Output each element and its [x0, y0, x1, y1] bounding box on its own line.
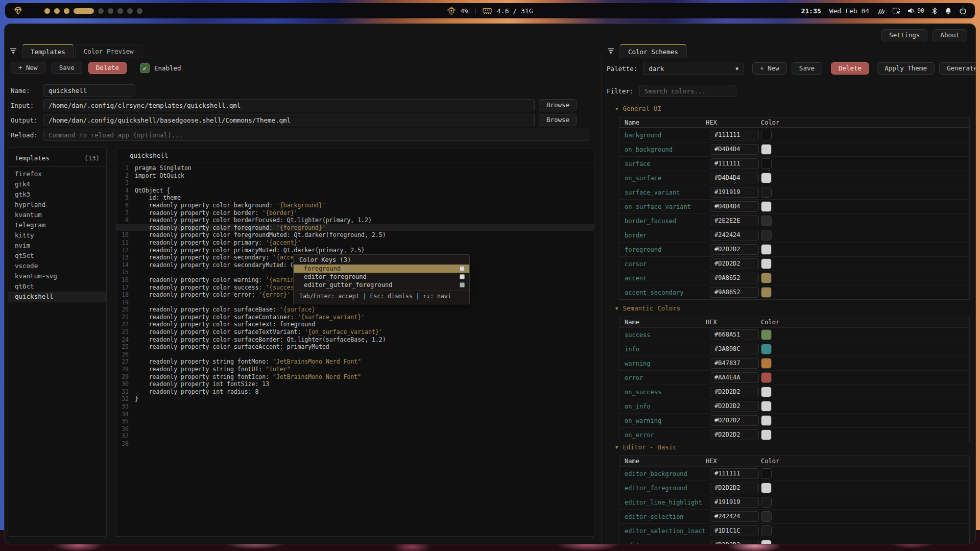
template-list-item[interactable]: kitty	[8, 230, 106, 241]
clock-time[interactable]: 21:35	[801, 7, 821, 15]
template-list-item[interactable]: kvantum-svg	[8, 271, 106, 281]
hex-value-input[interactable]: #D2D2D2	[710, 401, 759, 412]
color-table-row[interactable]: editor_background#111111	[619, 466, 969, 481]
palette-dropdown[interactable]: dark ▼	[643, 62, 744, 75]
template-list-item[interactable]: gtk4	[8, 179, 106, 189]
color-table-row[interactable]: editor_cursor#D2D2D2	[619, 538, 969, 544]
color-search-input[interactable]	[639, 85, 736, 97]
workspace-dot-occupied[interactable]	[54, 8, 60, 14]
color-table-row[interactable]: warning#B47837	[619, 356, 969, 370]
color-swatch[interactable]	[761, 158, 772, 169]
color-table-row[interactable]: editor_foreground#D2D2D2	[619, 481, 969, 495]
hex-value-input[interactable]: #3A898C	[710, 344, 759, 354]
hex-value-input[interactable]: #9A8652	[710, 287, 759, 298]
color-table-row[interactable]: editor_line_highlight#191919	[619, 495, 969, 509]
notifications-bell-icon[interactable]	[945, 7, 952, 15]
workspace-dot-empty[interactable]	[127, 8, 133, 14]
template-list-item[interactable]: quickshell	[8, 292, 106, 302]
hex-value-input[interactable]: #AA4E4A	[710, 372, 759, 383]
hex-value-input[interactable]: #D2D2D2	[710, 540, 759, 544]
color-table-row[interactable]: border#242424	[619, 228, 969, 242]
hex-value-input[interactable]: #D2D2D2	[710, 387, 759, 397]
color-swatch[interactable]	[761, 230, 772, 241]
template-list-item[interactable]: qt5ct	[8, 251, 106, 261]
hex-value-input[interactable]: #1D1C1C	[710, 525, 759, 536]
color-table-row[interactable]: info#3A898C	[619, 342, 969, 356]
hex-value-input[interactable]: #D2D2D2	[710, 415, 759, 426]
name-input[interactable]	[43, 84, 135, 97]
input-browse-button[interactable]: Browse	[539, 99, 577, 111]
delete-template-button[interactable]: Delete	[88, 62, 127, 74]
color-table-row[interactable]: cursor#D2D2D2	[619, 256, 969, 271]
color-swatch[interactable]	[761, 358, 772, 369]
section-header[interactable]: ▼Editor - Basic	[615, 443, 677, 451]
workspace-dot-occupied[interactable]	[44, 8, 50, 14]
workspace-active-pill[interactable]	[74, 8, 94, 14]
save-template-button[interactable]: Save	[52, 62, 82, 74]
color-swatch[interactable]	[761, 130, 772, 140]
section-header[interactable]: ▼General UI	[615, 105, 661, 112]
filter-icon[interactable]	[10, 48, 17, 55]
screenshot-tool-icon[interactable]	[892, 7, 900, 14]
color-swatch[interactable]	[761, 273, 772, 283]
color-table-row[interactable]: accent_secondary#9A8652	[619, 285, 969, 299]
hex-value-input[interactable]: #D2D2D2	[710, 429, 759, 440]
template-list-item[interactable]: kvantum	[8, 210, 106, 220]
color-swatch[interactable]	[761, 511, 772, 522]
hex-value-input[interactable]: #9A8652	[710, 273, 759, 283]
color-swatch[interactable]	[761, 540, 772, 544]
color-table-row[interactable]: on_surface_variant#D4D4D4	[619, 199, 969, 213]
color-table-row[interactable]: on_success#D2D2D2	[619, 385, 969, 399]
hex-value-input[interactable]: #111111	[710, 130, 759, 140]
hex-value-input[interactable]: #668A51	[710, 329, 759, 340]
wind-icon[interactable]	[877, 8, 885, 14]
hex-value-input[interactable]: #D4D4D4	[710, 144, 759, 155]
template-list-item[interactable]: gtk3	[8, 189, 106, 200]
power-icon[interactable]	[959, 7, 967, 15]
color-table-row[interactable]: on_info#D2D2D2	[619, 399, 969, 413]
color-swatch[interactable]	[761, 401, 772, 412]
template-editor[interactable]: quickshell 1pragma Singleton2import QtQu…	[116, 149, 594, 537]
color-table-row[interactable]: background#111111	[619, 128, 969, 142]
template-list-item[interactable]: vscode	[8, 261, 106, 271]
hex-value-input[interactable]: #D4D4D4	[710, 201, 759, 212]
tab-color-preview[interactable]: Color Preview	[75, 44, 142, 58]
color-table-row[interactable]: surface#111111	[619, 156, 969, 171]
color-swatch[interactable]	[761, 429, 772, 440]
color-table-row[interactable]: surface_variant#191919	[619, 185, 969, 199]
new-template-button[interactable]: + New	[11, 62, 45, 74]
new-palette-button[interactable]: + New	[752, 62, 787, 75]
input-path-input[interactable]	[43, 99, 535, 111]
color-table-row[interactable]: error#AA4E4A	[619, 370, 969, 385]
about-button[interactable]: About	[933, 29, 967, 41]
hex-value-input[interactable]: #242424	[710, 230, 759, 241]
section-header[interactable]: ▼Semantic Colors	[615, 304, 680, 312]
bluetooth-icon[interactable]	[931, 7, 938, 15]
volume-control[interactable]: 90	[907, 7, 924, 14]
color-swatch[interactable]	[761, 525, 772, 536]
color-swatch[interactable]	[761, 244, 772, 255]
color-swatch[interactable]	[761, 173, 772, 183]
tab-color-schemes[interactable]: Color Schemes	[619, 44, 687, 58]
gem-logo-icon[interactable]	[13, 7, 23, 15]
hex-value-input[interactable]: #D4D4D4	[710, 173, 759, 183]
template-list-item[interactable]: telegram	[8, 220, 106, 230]
hex-value-input[interactable]: #D2D2D2	[710, 483, 759, 493]
workspace-dot-empty[interactable]	[108, 8, 113, 14]
workspace-dot-empty[interactable]	[98, 8, 104, 14]
template-list-item[interactable]: firefox	[8, 169, 106, 179]
filter-icon[interactable]	[607, 48, 614, 55]
delete-palette-button[interactable]: Delete	[831, 62, 869, 75]
color-swatch[interactable]	[761, 329, 772, 340]
enabled-checkbox[interactable]: ✓	[140, 63, 150, 73]
color-table-row[interactable]: accent#9A8652	[619, 271, 969, 285]
color-swatch[interactable]	[761, 201, 772, 212]
color-swatch[interactable]	[761, 187, 772, 198]
template-list-item[interactable]: qt6ct	[8, 281, 106, 292]
color-swatch[interactable]	[761, 372, 772, 383]
generate-button[interactable]: Generate	[939, 62, 976, 75]
color-swatch[interactable]	[761, 144, 772, 155]
tab-templates[interactable]: Templates	[22, 44, 74, 58]
clock-date[interactable]: Wed Feb 04	[829, 7, 869, 15]
template-list-item[interactable]: hyprland	[8, 200, 106, 210]
